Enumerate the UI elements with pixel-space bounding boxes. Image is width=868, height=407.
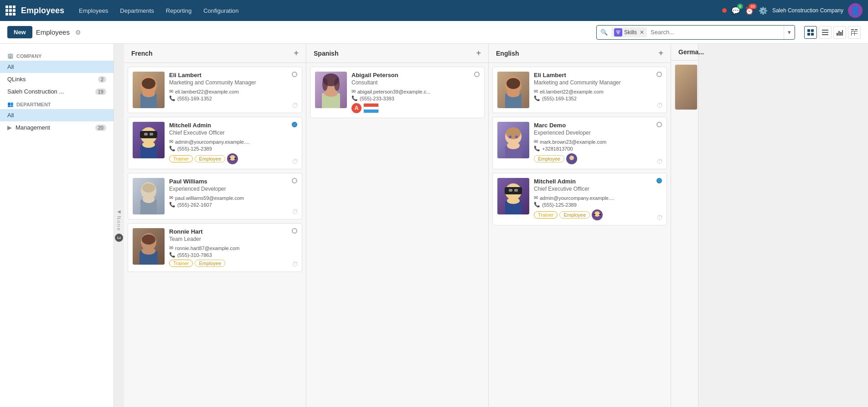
- column-header-spanish: Spanish +: [306, 44, 488, 63]
- svg-rect-0: [616, 31, 620, 31]
- nav-departments[interactable]: Departments: [114, 5, 159, 17]
- nav-configuration[interactable]: Configuration: [198, 5, 244, 17]
- avatar-abigail-peterson-es: [315, 72, 347, 108]
- kanban-column-french: French + Eli Lambert Marketing and Commu…: [124, 44, 306, 407]
- email-icon: ✉: [169, 139, 173, 145]
- svg-rect-5: [807, 33, 810, 36]
- breadcrumb: Employees: [36, 28, 70, 36]
- clock-mitchell-admin-fr: ⏱: [292, 158, 298, 165]
- card-mitchell-admin-en[interactable]: Mitchell Admin Chief Executive Officer ✉…: [492, 173, 667, 225]
- phone-mitchell-admin-en: 📞 (555)-125-2389: [534, 202, 662, 208]
- avatar-eli-lambert-en: [497, 72, 529, 108]
- sidebar-item-all-dept[interactable]: All: [0, 109, 114, 121]
- svg-rect-10: [837, 33, 838, 36]
- svg-point-38: [142, 235, 155, 245]
- svg-point-54: [507, 142, 520, 149]
- svg-rect-9: [822, 34, 828, 35]
- clock-paul-williams-fr: ⏱: [292, 208, 298, 215]
- status-paul-williams-fr: [292, 178, 297, 183]
- card-ronnie-hart-fr[interactable]: Ronnie Hart Team Leader ✉ ronnie.hart87@…: [128, 223, 302, 272]
- phone-paul-williams-fr: 📞 (555)-262-1607: [169, 202, 297, 208]
- messages-button[interactable]: 💬 6: [731, 6, 740, 15]
- email-icon: ✉: [169, 89, 173, 94]
- none-slider[interactable]: ◀ None 3: [114, 44, 124, 407]
- card-marc-demo-en[interactable]: Marc Demo Experienced Developer ✉ mark.b…: [492, 117, 667, 169]
- settings-button[interactable]: ⚙️: [759, 6, 768, 15]
- card-mitchell-admin-fr[interactable]: Mitchell Admin Chief Executive Officer ✉…: [128, 117, 302, 169]
- svg-rect-3: [807, 29, 810, 32]
- search-bar: 🔍 Skills ✕ ▾: [596, 25, 795, 40]
- add-french-button[interactable]: +: [294, 48, 299, 58]
- tag-trainer-fr: Trainer: [169, 155, 193, 162]
- sidebar-item-saleh[interactable]: Saleh Construction ... 19: [0, 85, 114, 98]
- us-flag: [363, 103, 379, 113]
- svg-point-21: [142, 78, 155, 89]
- phone-eli-lambert-en: 📞 (555)-169-1352: [534, 95, 662, 101]
- phone-eli-lambert-fr: 📞 (555)-169-1352: [169, 95, 297, 101]
- card-paul-williams-fr[interactable]: Paul Williams Experienced Developer ✉ pa…: [128, 173, 302, 219]
- nav-employees[interactable]: Employees: [73, 5, 114, 17]
- new-button[interactable]: New: [7, 26, 32, 38]
- settings-gear-icon[interactable]: ⚙: [75, 29, 81, 36]
- card-eli-lambert-en[interactable]: Eli Lambert Marketing and Community Mana…: [492, 67, 667, 113]
- nav-right-actions: 💬 6 ⏰ 46 ⚙️ Saleh Construction Company 👤: [722, 3, 863, 18]
- svg-rect-65: [594, 214, 595, 215]
- phone-icon: 📞: [534, 146, 540, 151]
- company-section-title: 🏢 COMPANY: [0, 49, 114, 61]
- search-dropdown-button[interactable]: ▾: [784, 26, 795, 39]
- notification-dot[interactable]: [722, 8, 727, 13]
- search-input[interactable]: [647, 27, 784, 37]
- add-spanish-button[interactable]: +: [476, 48, 481, 58]
- sidebar-item-management[interactable]: ▶ Management 20: [0, 121, 114, 134]
- phone-icon: 📞: [169, 202, 176, 208]
- tag-trainer-ronnie: Trainer: [169, 260, 193, 267]
- column-header-english: English +: [489, 44, 671, 63]
- skills-filter-tag: Skills ✕: [611, 27, 647, 37]
- svg-rect-27: [150, 133, 153, 136]
- german-partial-card[interactable]: [675, 64, 698, 110]
- nav-reporting[interactable]: Reporting: [160, 5, 197, 17]
- column-header-german: Germa...: [671, 44, 698, 61]
- email-marc-demo-en: ✉ mark.brown23@example.com: [534, 139, 662, 145]
- svg-point-55: [509, 136, 512, 138]
- app-grid-icon[interactable]: [5, 5, 16, 16]
- sidebar-item-qlinks[interactable]: QLinks 2: [0, 73, 114, 85]
- list-view-button[interactable]: [819, 26, 832, 39]
- column-title-english: English: [496, 50, 519, 57]
- add-english-button[interactable]: +: [658, 48, 663, 58]
- user-avatar[interactable]: 👤: [848, 3, 863, 18]
- status-mitchell-admin-fr: [292, 122, 297, 127]
- sidebar-item-all-company[interactable]: All: [0, 61, 114, 73]
- svg-point-40: [142, 247, 155, 255]
- email-icon: ✉: [351, 89, 356, 94]
- card-abigail-peterson-es[interactable]: Abigail Peterson Consultant ✉ abigail.pe…: [310, 67, 485, 118]
- filter-tag-icon: [614, 28, 622, 37]
- messages-badge: 6: [737, 4, 743, 9]
- role-mitchell-admin-fr: Chief Executive Officer: [169, 130, 297, 136]
- kanban-view-button[interactable]: [804, 26, 817, 39]
- app-title: Employees: [21, 6, 64, 16]
- search-icon-button[interactable]: 🔍: [597, 29, 611, 36]
- card-eli-lambert-fr[interactable]: Eli Lambert Marketing and Community Mana…: [128, 67, 302, 113]
- svg-rect-8: [822, 32, 828, 33]
- clock-button[interactable]: ⏰ 46: [745, 6, 754, 15]
- pivot-view-button[interactable]: [848, 26, 861, 39]
- spanish-cards: Abigail Peterson Consultant ✉ abigail.pe…: [306, 63, 488, 122]
- info-ronnie-hart-fr: Ronnie Hart Team Leader ✉ ronnie.hart87@…: [169, 228, 297, 267]
- svg-point-52: [506, 127, 521, 139]
- kanban-column-german: Germa...: [671, 44, 698, 407]
- phone-marc-demo-en: 📞 +3281813700: [534, 146, 662, 151]
- svg-rect-2: [617, 33, 619, 34]
- phone-icon: 📞: [351, 95, 358, 101]
- svg-rect-12: [840, 32, 842, 36]
- filter-tag-close[interactable]: ✕: [640, 29, 644, 36]
- email-icon: ✉: [534, 195, 538, 201]
- chart-view-button[interactable]: [833, 26, 846, 39]
- phone-icon: 📞: [169, 95, 176, 101]
- kanban-column-spanish: Spanish + Abigail Peterson Consultant: [306, 44, 489, 407]
- email-paul-williams-fr: ✉ paul.williams59@example.com: [169, 195, 297, 201]
- email-mitchell-admin-en: ✉ admin@yourcompany.example....: [534, 195, 662, 201]
- svg-point-29: [142, 141, 155, 148]
- role-abigail-peterson-es: Consultant: [351, 79, 480, 86]
- email-ronnie-hart-fr: ✉ ronnie.hart87@example.com: [169, 245, 297, 251]
